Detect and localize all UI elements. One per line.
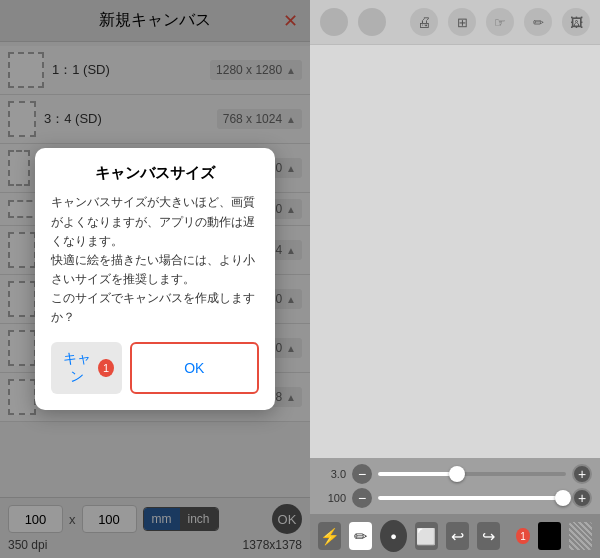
grid-icon[interactable]: ⊞ — [448, 8, 476, 36]
slider1-fill — [378, 472, 453, 476]
dialog-body: キャンバスサイズが大きいほど、画質がよくなりますが、アプリの動作は遅くなります。… — [51, 193, 259, 327]
pencil-tool-icon[interactable]: ✏ — [349, 522, 372, 550]
dialog-title: キャンバスサイズ — [51, 164, 259, 183]
slider1-track[interactable] — [378, 472, 566, 476]
slider1-plus-button[interactable]: + — [572, 464, 592, 484]
slider1-minus-button[interactable]: − — [352, 464, 372, 484]
left-panel: 新規キャンバス ✕ 1：1 (SD) 1280 x 1280 ▲ 3：4 (SD… — [0, 0, 310, 558]
slider2-thumb[interactable] — [555, 490, 571, 506]
pencil-top-icon[interactable]: ✏ — [524, 8, 552, 36]
cancel-badge: 1 — [98, 359, 113, 377]
color-swatch[interactable] — [538, 522, 561, 550]
printer-icon[interactable]: 🖨 — [410, 8, 438, 36]
color-circle-button[interactable]: ● — [380, 520, 406, 552]
right-top-bar: 🖨 ⊞ ☞ ✏ 🖼 — [310, 0, 600, 45]
bottom-tools-bar: ⚡ ✏ ● ⬜ ↩ ↪ 1 — [310, 514, 600, 558]
dialog-overlay: キャンバスサイズ キャンバスサイズが大きいほど、画質がよくなりますが、アプリの動… — [0, 0, 310, 558]
slider-row-1: 3.0 − + — [318, 464, 592, 484]
slider2-track[interactable] — [378, 496, 566, 500]
slider-row-2: 100 − + — [318, 488, 592, 508]
dialog-cancel-button[interactable]: キャン 1 — [51, 342, 122, 394]
image-icon[interactable]: 🖼 — [562, 8, 590, 36]
undo-icon[interactable]: ↩ — [446, 522, 469, 550]
top-icon-2[interactable] — [358, 8, 386, 36]
dialog-ok-button[interactable]: OK — [130, 342, 259, 394]
slider2-fill — [378, 496, 566, 500]
touch-icon[interactable]: ☞ — [486, 8, 514, 36]
dialog-buttons: キャン 1 OK — [51, 342, 259, 394]
slider1-thumb[interactable] — [449, 466, 465, 482]
slider1-label: 3.0 — [318, 468, 346, 480]
slider2-minus-button[interactable]: − — [352, 488, 372, 508]
tool-badge: 1 — [516, 528, 529, 544]
top-icon-1[interactable] — [320, 8, 348, 36]
stripe-swatch[interactable] — [569, 522, 592, 550]
slider2-label: 100 — [318, 492, 346, 504]
modify-tool-icon[interactable]: ⚡ — [318, 522, 341, 550]
right-panel: 🖨 ⊞ ☞ ✏ 🖼 3.0 − + 100 − + — [310, 0, 600, 558]
canvas-area — [310, 45, 600, 458]
right-bottom-bar: 3.0 − + 100 − + — [310, 458, 600, 514]
dialog-box: キャンバスサイズ キャンバスサイズが大きいほど、画質がよくなりますが、アプリの動… — [35, 148, 275, 409]
eraser-tool-icon[interactable]: ⬜ — [415, 522, 438, 550]
slider2-plus-button[interactable]: + — [572, 488, 592, 508]
redo-icon[interactable]: ↪ — [477, 522, 500, 550]
